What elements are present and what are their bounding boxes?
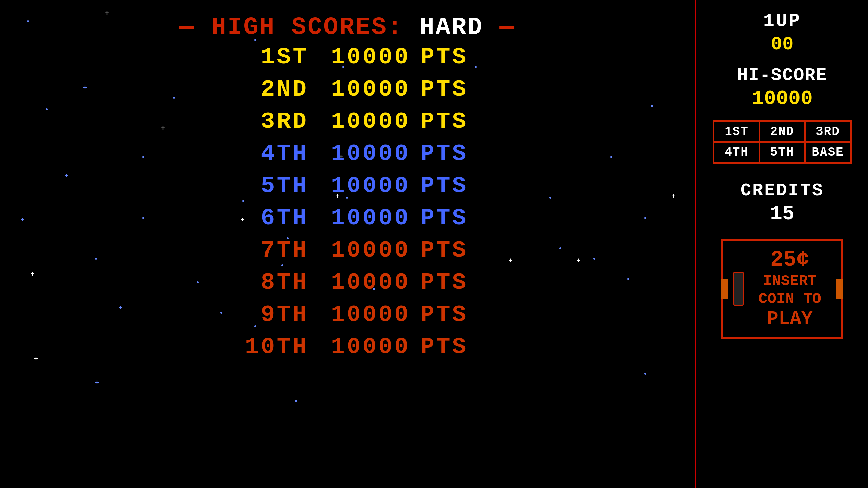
score-value-6: 10000 xyxy=(329,205,410,231)
rank-label-2: 2ND xyxy=(234,76,309,102)
coin-price: 25¢ xyxy=(770,248,809,272)
rank-label-10: 10TH xyxy=(234,334,309,360)
coin-text-area: 25¢ INSERT COIN TO PLAY xyxy=(749,248,831,330)
title-mode: HARD xyxy=(419,14,484,41)
score-value-4: 10000 xyxy=(329,141,410,167)
pts-label-7: PTS xyxy=(420,237,461,263)
insert-coin-box[interactable]: 25¢ INSERT COIN TO PLAY xyxy=(721,239,843,339)
coin-slot xyxy=(733,272,744,306)
rank-label-5: 5TH xyxy=(234,173,309,199)
pts-label-5: PTS xyxy=(420,173,461,199)
score-row-1: 1ST 10000 PTS xyxy=(0,44,695,70)
pts-label-1: PTS xyxy=(420,44,461,70)
hi-score-label: HI-SCORE xyxy=(737,65,827,85)
score-value-5: 10000 xyxy=(329,173,410,199)
score-value-10: 10000 xyxy=(329,334,410,360)
score-value-9: 10000 xyxy=(329,302,410,328)
rank-cell-base[interactable]: BASE xyxy=(805,142,850,163)
credits-label: CREDITS xyxy=(741,181,824,201)
score-value-2: 10000 xyxy=(329,76,410,102)
right-panel: 1UP 00 HI-SCORE 10000 1ST2ND3RD4TH5THBAS… xyxy=(696,0,868,488)
rank-label-3: 3RD xyxy=(234,108,309,135)
rank-label-8: 8TH xyxy=(234,269,309,296)
score-row-10: 10TH 10000 PTS xyxy=(0,334,695,360)
pts-label-3: PTS xyxy=(420,108,461,135)
rank-label-6: 6TH xyxy=(234,205,309,231)
score-row-5: 5TH 10000 PTS xyxy=(0,173,695,199)
rank-cell-5th[interactable]: 5TH xyxy=(760,142,805,163)
title-dash-right: — xyxy=(499,14,515,41)
score-value-3: 10000 xyxy=(329,108,410,135)
score-row-9: 9TH 10000 PTS xyxy=(0,302,695,328)
rank-cell-4th[interactable]: 4TH xyxy=(714,142,759,163)
rank-label-4: 4TH xyxy=(234,141,309,167)
score-row-4: 4TH 10000 PTS xyxy=(0,141,695,167)
pts-label-9: PTS xyxy=(420,302,461,328)
title-label: HIGH SCORES: xyxy=(212,14,403,41)
score-row-2: 2ND 10000 PTS xyxy=(0,76,695,102)
pts-label-2: PTS xyxy=(420,76,461,102)
high-scores-title: — HIGH SCORES: HARD — xyxy=(0,14,695,41)
scores-container: 1ST 10000 PTS 2ND 10000 PTS 3RD 10000 PT… xyxy=(0,44,695,366)
pts-label-8: PTS xyxy=(420,269,461,296)
score-row-7: 7TH 10000 PTS xyxy=(0,237,695,263)
pts-label-6: PTS xyxy=(420,205,461,231)
rank-cell-2nd[interactable]: 2ND xyxy=(760,121,805,142)
rank-cell-1st[interactable]: 1ST xyxy=(714,121,759,142)
rank-label-7: 7TH xyxy=(234,237,309,263)
pts-label-10: PTS xyxy=(420,334,461,360)
score-value-7: 10000 xyxy=(329,237,410,263)
title-dash-left: — xyxy=(179,14,195,41)
hi-score-value: 10000 xyxy=(752,87,813,110)
score-row-8: 8TH 10000 PTS xyxy=(0,269,695,296)
pts-label-4: PTS xyxy=(420,141,461,167)
score-value-1: 10000 xyxy=(329,44,410,70)
coin-play-text: PLAY xyxy=(767,308,812,330)
score-row-3: 3RD 10000 PTS xyxy=(0,108,695,135)
one-up-label: 1UP xyxy=(763,10,802,32)
rank-label-1: 1ST xyxy=(234,44,309,70)
rank-label-9: 9TH xyxy=(234,302,309,328)
one-up-score: 00 xyxy=(771,34,793,55)
rank-grid: 1ST2ND3RD4TH5THBASE xyxy=(713,120,851,164)
score-row-6: 6TH 10000 PTS xyxy=(0,205,695,231)
coin-insert-text: INSERT COIN TO xyxy=(758,272,821,308)
rank-cell-3rd[interactable]: 3RD xyxy=(805,121,850,142)
score-value-8: 10000 xyxy=(329,269,410,296)
credits-value: 15 xyxy=(770,202,794,225)
main-area: — HIGH SCORES: HARD — 1ST 10000 PTS 2ND … xyxy=(0,0,695,488)
